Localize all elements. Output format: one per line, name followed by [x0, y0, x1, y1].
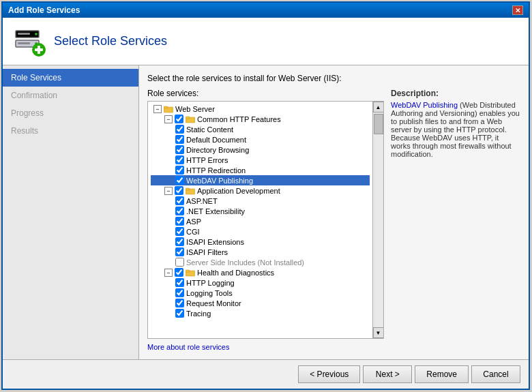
tree-node-isapi-ext: ISAPI Extensions — [151, 237, 370, 247]
sidebar-item-role-services[interactable]: Role Services — [3, 69, 138, 87]
checkbox-isapi-filter[interactable] — [175, 247, 184, 256]
label-http-redir: HTTP Redirection — [186, 166, 246, 175]
checkbox-dir-browsing[interactable] — [175, 145, 184, 154]
label-webdav: WebDAV Publishing — [186, 177, 253, 185]
role-services-icon — [13, 25, 46, 58]
scroll-down[interactable]: ▼ — [373, 327, 384, 338]
previous-button[interactable]: < Previous — [298, 365, 360, 383]
label-tracing: Tracing — [186, 310, 211, 318]
label-default-doc: Default Document — [186, 136, 246, 144]
tree-node-health-diag: − Health and Diagnostics — [151, 267, 370, 277]
label-aspnet: ASP.NET — [186, 197, 218, 205]
checkbox-http-log[interactable] — [175, 278, 184, 287]
content-area: Select the role services to install for … — [139, 65, 529, 359]
tree-wrapper: − Web Server − — [147, 101, 384, 339]
checkbox-health-diag[interactable] — [175, 268, 183, 277]
checkbox-http-redir[interactable] — [175, 166, 184, 175]
tree-node-ssi: Server Side Includes (Not Installed) — [151, 257, 370, 267]
content-panels: Role services: − — [147, 89, 520, 351]
remove-button[interactable]: Remove — [415, 365, 469, 383]
window-title: Add Role Services — [8, 5, 80, 15]
expander-app-dev[interactable]: − — [164, 187, 173, 195]
checkbox-isapi-ext[interactable] — [175, 237, 184, 246]
title-bar: Add Role Services ✕ — [3, 3, 529, 18]
label-http-log: HTTP Logging — [186, 279, 235, 287]
checkbox-default-doc[interactable] — [175, 135, 184, 144]
main-window: Add Role Services ✕ Select Role Services — [1, 1, 530, 390]
scrollbar[interactable]: ▲ ▼ — [372, 102, 383, 338]
tree-node-default-doc: Default Document — [151, 134, 370, 145]
label-http-errors: HTTP Errors — [186, 156, 228, 164]
label-common-http: Common HTTP Features — [197, 115, 281, 123]
sidebar-item-progress: Progress — [3, 104, 138, 122]
tree-node-webdav[interactable]: WebDAV Publishing — [151, 175, 370, 185]
checkbox-req-monitor[interactable] — [175, 299, 184, 307]
label-ssi: Server Side Includes (Not Installed) — [186, 258, 304, 267]
scroll-up[interactable]: ▲ — [373, 102, 384, 112]
label-web-server: Web Server — [175, 105, 215, 113]
header-section: Select Role Services — [3, 18, 529, 65]
checkbox-ssi[interactable] — [175, 258, 184, 267]
label-isapi-filter: ISAPI Filters — [186, 248, 228, 256]
more-about-link[interactable]: More about role services — [147, 343, 384, 351]
label-static-content: Static Content — [186, 125, 233, 134]
checkbox-asp[interactable] — [175, 217, 184, 226]
checkbox-webdav[interactable] — [175, 176, 184, 185]
tree-node-cgi: CGI — [151, 226, 370, 237]
checkbox-static-content[interactable] — [175, 125, 184, 134]
expander-health-diag[interactable]: − — [164, 269, 173, 277]
tree-node-common-http: − Common HTTP Features — [151, 114, 370, 124]
folder-icon-health-diag — [186, 269, 195, 277]
tree-node-asp: ASP — [151, 216, 370, 226]
checkbox-common-http[interactable] — [175, 115, 183, 123]
tree-node-http-errors: HTTP Errors — [151, 155, 370, 165]
svg-rect-16 — [186, 270, 190, 272]
label-req-monitor: Request Monitor — [186, 299, 241, 307]
tree-node-dir-browsing: Directory Browsing — [151, 145, 370, 155]
cancel-button[interactable]: Cancel — [471, 365, 520, 383]
checkbox-aspnet[interactable] — [175, 196, 184, 205]
sidebar: Role Services Confirmation Progress Resu… — [3, 65, 139, 359]
scroll-thumb[interactable] — [374, 114, 383, 134]
checkbox-net-ext[interactable] — [175, 207, 184, 215]
description-label: Description: — [391, 89, 520, 98]
tree-node-web-server: − Web Server — [151, 104, 370, 114]
sidebar-item-results: Results — [3, 122, 138, 140]
role-services-label: Role services: — [147, 89, 384, 98]
label-net-ext: .NET Extensibility — [186, 207, 245, 215]
folder-icon-app-dev — [186, 187, 195, 195]
checkbox-log-tools[interactable] — [175, 288, 184, 297]
label-log-tools: Logging Tools — [186, 289, 233, 297]
label-app-dev: Application Development — [197, 187, 280, 195]
description-link[interactable]: WebDAV Publishing — [391, 101, 458, 109]
checkbox-app-dev[interactable] — [175, 186, 183, 195]
header-icon — [13, 25, 46, 58]
footer: < Previous Next > Remove Cancel — [3, 359, 529, 389]
svg-rect-14 — [186, 188, 190, 190]
tree-node-isapi-filter: ISAPI Filters — [151, 247, 370, 257]
description-text: WebDAV Publishing (Web Distributed Autho… — [391, 101, 520, 158]
tree-node-req-monitor: Request Monitor — [151, 298, 370, 308]
checkbox-http-errors[interactable] — [175, 155, 184, 164]
tree-node-static-content: Static Content — [151, 124, 370, 134]
expander-web-server[interactable]: − — [153, 105, 162, 113]
tree-node-http-redir: HTTP Redirection — [151, 165, 370, 175]
instruction-text: Select the role services to install for … — [147, 74, 520, 83]
tree-node-log-tools: Logging Tools — [151, 288, 370, 298]
folder-icon-common-http — [186, 115, 195, 123]
svg-rect-5 — [18, 42, 30, 44]
next-button[interactable]: Next > — [363, 365, 412, 383]
folder-icon-web-server — [164, 105, 173, 113]
expander-common-http[interactable]: − — [164, 115, 173, 123]
scroll-track — [374, 112, 383, 327]
checkbox-cgi[interactable] — [175, 227, 184, 236]
tree-container[interactable]: − Web Server − — [148, 102, 372, 338]
close-button[interactable]: ✕ — [512, 5, 523, 15]
main-content: Role Services Confirmation Progress Resu… — [3, 65, 529, 359]
checkbox-tracing[interactable] — [175, 309, 184, 318]
svg-point-2 — [35, 33, 38, 35]
role-services-section: Role services: − — [147, 89, 384, 351]
header-title: Select Role Services — [54, 34, 167, 48]
label-asp: ASP — [186, 217, 201, 226]
svg-rect-4 — [18, 33, 30, 35]
